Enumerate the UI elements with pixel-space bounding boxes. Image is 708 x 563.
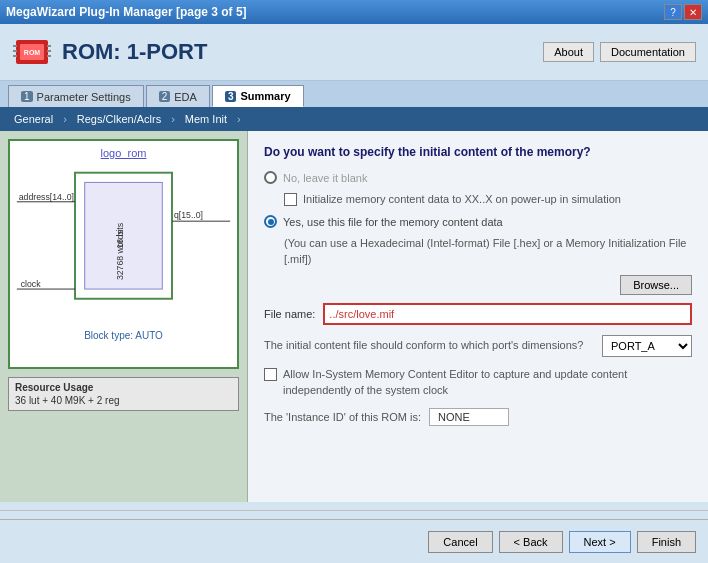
finish-button[interactable]: Finish — [637, 531, 696, 553]
back-button[interactable]: < Back — [499, 531, 563, 553]
option-row-3: Yes, use this file for the memory conten… — [264, 215, 692, 228]
instance-value: NONE — [429, 408, 509, 426]
rom-icon: ROM — [12, 32, 52, 72]
diagram-svg: 16 bits 32768 words address[14..0] clock… — [16, 163, 231, 323]
subnav: General › Regs/Clken/Aclrs › Mem Init › — [0, 107, 708, 131]
file-row: File name: — [264, 303, 692, 325]
svg-text:clock: clock — [21, 279, 42, 289]
svg-rect-2 — [13, 45, 17, 47]
note-text: (You can use a Hexadecimal (Intel-format… — [284, 236, 692, 267]
subnav-arrow-1: › — [63, 113, 67, 125]
tabs-container: 1 Parameter Settings 2 EDA 3 Summary — [0, 81, 708, 107]
resource-box: Resource Usage 36 lut + 40 M9K + 2 reg — [8, 377, 239, 411]
about-button[interactable]: About — [543, 42, 594, 62]
svg-rect-6 — [47, 50, 51, 52]
tab-label-3: Summary — [240, 90, 290, 102]
checkbox-initialize[interactable] — [284, 193, 297, 206]
option-label-yes: Yes, use this file for the memory conten… — [283, 216, 503, 228]
resource-title: Resource Usage — [15, 382, 232, 393]
tab-num-3: 3 — [225, 91, 237, 102]
file-label: File name: — [264, 308, 315, 320]
left-panel: logo_rom 16 bits 32768 words address[14.… — [0, 131, 248, 502]
header-buttons: About Documentation — [543, 42, 696, 62]
next-button[interactable]: Next > — [569, 531, 631, 553]
cancel-button[interactable]: Cancel — [428, 531, 492, 553]
header-left: ROM ROM: 1-PORT — [12, 32, 207, 72]
subnav-regs[interactable]: Regs/Clken/Aclrs — [71, 111, 167, 127]
option-row-1: No, leave it blank — [264, 171, 692, 184]
browse-row: Browse... — [264, 275, 692, 295]
block-label: Block type: AUTO — [16, 330, 231, 341]
resource-value: 36 lut + 40 M9K + 2 reg — [15, 395, 232, 406]
subnav-arrow-2: › — [171, 113, 175, 125]
page-title: ROM: 1-PORT — [62, 39, 207, 65]
option-label-no: No, leave it blank — [283, 172, 367, 184]
radio-dot — [268, 219, 274, 225]
divider — [0, 510, 708, 511]
subnav-general[interactable]: General — [8, 111, 59, 127]
header: ROM ROM: 1-PORT About Documentation — [0, 24, 708, 81]
svg-text:q[15..0]: q[15..0] — [174, 210, 203, 220]
diagram-title: logo_rom — [16, 147, 231, 159]
in-system-row: Allow In-System Memory Content Editor to… — [264, 367, 692, 398]
subnav-meminit[interactable]: Mem Init — [179, 111, 233, 127]
port-select[interactable]: PORT_A PORT_B — [602, 335, 692, 357]
tab-num-2: 2 — [159, 91, 171, 102]
svg-text:32768 words: 32768 words — [116, 230, 126, 281]
tab-label-1: Parameter Settings — [37, 91, 131, 103]
title-bar-text: MegaWizard Plug-In Manager [page 3 of 5] — [6, 5, 247, 19]
section-question: Do you want to specify the initial conte… — [264, 145, 692, 159]
browse-button[interactable]: Browse... — [620, 275, 692, 295]
svg-rect-7 — [47, 55, 51, 57]
svg-rect-4 — [13, 55, 17, 57]
subnav-arrow-3: › — [237, 113, 241, 125]
right-panel: Do you want to specify the initial conte… — [248, 131, 708, 502]
title-bar-buttons: ? ✕ — [664, 4, 702, 20]
insystem-label: Allow In-System Memory Content Editor to… — [283, 367, 692, 398]
option-row-2: Initialize memory content data to XX..X … — [284, 192, 692, 207]
content: logo_rom 16 bits 32768 words address[14.… — [0, 131, 708, 502]
radio-no[interactable] — [264, 171, 277, 184]
tab-eda[interactable]: 2 EDA — [146, 85, 210, 107]
port-row: The initial content file should conform … — [264, 335, 692, 357]
bottom-bar: Cancel < Back Next > Finish — [0, 519, 708, 563]
tab-parameter-settings[interactable]: 1 Parameter Settings — [8, 85, 144, 107]
radio-yes[interactable] — [264, 215, 277, 228]
main-window: ROM ROM: 1-PORT About Documentation 1 Pa… — [0, 24, 708, 563]
file-input[interactable] — [323, 303, 692, 325]
svg-rect-3 — [13, 50, 17, 52]
documentation-button[interactable]: Documentation — [600, 42, 696, 62]
port-label: The initial content file should conform … — [264, 338, 594, 353]
tab-summary[interactable]: 3 Summary — [212, 85, 304, 107]
option-label-initialize: Initialize memory content data to XX..X … — [303, 192, 621, 207]
svg-rect-5 — [47, 45, 51, 47]
svg-text:ROM: ROM — [24, 49, 41, 56]
checkbox-insystem[interactable] — [264, 368, 277, 381]
title-bar: MegaWizard Plug-In Manager [page 3 of 5]… — [0, 0, 708, 24]
tab-label-2: EDA — [174, 91, 197, 103]
close-button[interactable]: ✕ — [684, 4, 702, 20]
instance-row: The 'Instance ID' of this ROM is: NONE — [264, 408, 692, 426]
instance-label: The 'Instance ID' of this ROM is: — [264, 411, 421, 423]
diagram-box: logo_rom 16 bits 32768 words address[14.… — [8, 139, 239, 369]
help-button[interactable]: ? — [664, 4, 682, 20]
tab-num-1: 1 — [21, 91, 33, 102]
svg-text:address[14..0]: address[14..0] — [19, 192, 74, 202]
